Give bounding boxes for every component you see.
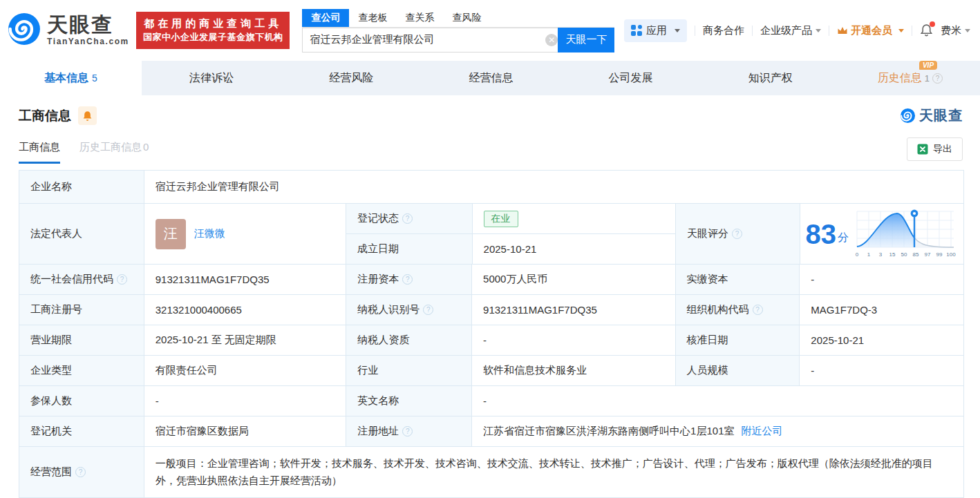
field-label-text: 经营范围 [30,466,72,479]
help-icon[interactable]: ? [402,274,413,285]
field-label: 纳税人识别号 ? [346,295,471,325]
slogan-line2: 国家中小企业发展子基金旗下机构 [143,30,283,44]
tab-company-development[interactable]: 公司发展 [561,61,701,95]
tab-business-info[interactable]: 经营信息 [421,61,560,95]
status-badge: 在业 [484,211,518,227]
field-label: 营业期限 [19,325,144,355]
table-row: 登记机关 宿迁市宿豫区数据局 注册地址 ? 江苏省宿迁市宿豫区洪泽湖东路南侧呼叫… [19,416,963,446]
subtab-label: 工商信息 [19,141,60,153]
field-label: 注册地址 ? [346,416,471,446]
slogan-line1: 都在用的商业查询工具 [143,17,283,30]
field-label: 参保人数 [19,386,144,416]
user-menu[interactable]: 费米 [941,24,970,37]
field-label-text: 登记状态 [357,212,399,225]
divider [752,26,753,36]
help-icon[interactable]: ? [753,305,763,315]
business-cooperation-link[interactable]: 商务合作 [703,24,744,37]
chevron-down-icon [898,29,904,32]
field-label: 法定代表人 [19,204,144,264]
search-tab-risk[interactable]: 查风险 [443,9,490,27]
subtab-count: 0 [143,141,149,153]
field-label: 登记状态 ? [346,204,472,233]
field-label: 经营范围 ? [19,447,144,497]
help-icon[interactable]: ? [117,274,127,285]
crown-icon [837,26,848,35]
table-row: 经营范围 ? 一般项目：企业管理咨询；软件开发；技术服务、技术开发、技术咨询、技… [19,446,963,497]
tab-history-info[interactable]: VIP 历史信息 1 ? [840,61,980,95]
table-row: 企业类型 有限责任公司 行业 软件和信息技术服务业 人员规模 - [19,355,963,385]
score-distribution-chart: 0 1 3 15 50 85 97 99 100 [853,207,958,261]
search-category-tabs: 查公司 查老板 查关系 查风险 [302,9,614,28]
tab-count: 5 [92,73,97,84]
divider [912,26,912,36]
company-name-value: 宿迁云邦企业管理有限公司 [144,171,963,203]
tianyancha-watermark: 天眼查 [900,106,963,125]
help-icon[interactable]: ? [402,426,413,437]
help-icon[interactable]: ? [75,467,86,477]
tab-legal-proceedings[interactable]: 法律诉讼 [142,61,281,95]
subtab-history-registration[interactable]: 历史工商信息0 [79,141,149,164]
apps-menu[interactable]: 应用 [624,19,687,42]
field-label-text: 纳税人识别号 [357,303,420,316]
taxpayer-qualification-value: - [471,325,675,355]
field-label: 工商注册号 [19,295,144,325]
search-input[interactable] [302,28,563,52]
help-icon[interactable]: ? [402,213,413,224]
clear-search-icon[interactable]: ✕ [545,34,558,46]
help-icon[interactable]: ? [423,305,433,315]
tab-basic-info[interactable]: 基本信息 5 [0,61,142,95]
nearby-companies-link[interactable]: 附近公司 [741,425,782,438]
search-tab-company[interactable]: 查公司 [302,9,349,27]
chevron-down-icon [675,29,680,32]
tianyancha-logo[interactable]: 天眼查 TianYanCha.com [7,12,129,49]
field-label-text: 组织机构代码 [687,303,749,316]
enterprise-products-menu[interactable]: 企业级产品 [760,24,821,37]
open-vip-label: 开通会员 [851,24,892,37]
help-icon[interactable]: ? [932,73,943,84]
business-scope-value: 一般项目：企业管理咨询；软件开发；技术服务、技术开发、技术咨询、技术交流、技术转… [144,447,963,497]
logo-domain: TianYanCha.com [47,37,129,46]
field-label: 组织机构代码 ? [675,295,800,325]
apps-label: 应用 [646,24,667,37]
tab-operational-risk[interactable]: 经营风险 [281,61,421,95]
field-label: 注册资本 ? [346,265,471,294]
field-label: 成立日期 [346,234,472,264]
reg-authority-value: 宿迁市宿豫区数据局 [144,416,346,446]
registration-info-table: 企业名称 宿迁云邦企业管理有限公司 法定代表人 汪 汪微微 登记状态 ? 在业 [19,170,964,498]
main-content: 工商信息 天眼查 工商信息 历史工商信息0 [0,106,980,498]
field-label: 企业名称 [19,171,144,203]
open-vip-menu[interactable]: 开通会员 [837,24,904,37]
table-row: 企业名称 宿迁云邦企业管理有限公司 [19,171,963,203]
top-header: 天眼查 TianYanCha.com 都在用的商业查询工具 国家中小企业发展子基… [0,0,980,61]
svg-text:97: 97 [925,251,931,258]
search-tab-relation[interactable]: 查关系 [396,9,443,27]
enterprise-products-label: 企业级产品 [760,24,812,37]
notifications-bell[interactable] [920,23,933,37]
search-tab-boss[interactable]: 查老板 [349,9,396,27]
help-icon[interactable]: ? [732,229,742,239]
field-label-text: 天眼评分 [687,227,728,240]
field-label: 核准日期 [675,325,800,355]
legal-rep-cell: 汪 汪微微 [144,204,346,264]
staff-size-value: - [799,356,963,385]
subtab-current-registration[interactable]: 工商信息 [19,141,60,164]
brand-slogan: 都在用的商业查询工具 国家中小企业发展子基金旗下机构 [136,12,290,49]
username-label: 费米 [941,24,961,37]
export-button[interactable]: 导出 [907,137,963,161]
tab-label: 公司发展 [609,71,653,86]
search-button[interactable]: 天眼一下 [558,28,614,52]
monitor-bell-button[interactable] [78,106,97,125]
section-title: 工商信息 [19,107,71,125]
registration-status-cell: 在业 [472,204,675,233]
tab-intellectual-property[interactable]: 知识产权 [701,61,840,95]
chevron-down-icon [965,29,970,32]
legal-rep-link[interactable]: 汪微微 [194,227,225,240]
field-label: 人员规模 [675,356,800,385]
svg-text:50: 50 [901,251,907,258]
tab-label: 基本信息 [44,71,88,86]
apps-grid-icon [631,25,642,36]
field-label: 行业 [346,356,471,385]
tab-label: 历史信息 [878,71,922,86]
tianyancha-swirl-icon [900,108,916,124]
svg-text:100: 100 [946,251,956,258]
